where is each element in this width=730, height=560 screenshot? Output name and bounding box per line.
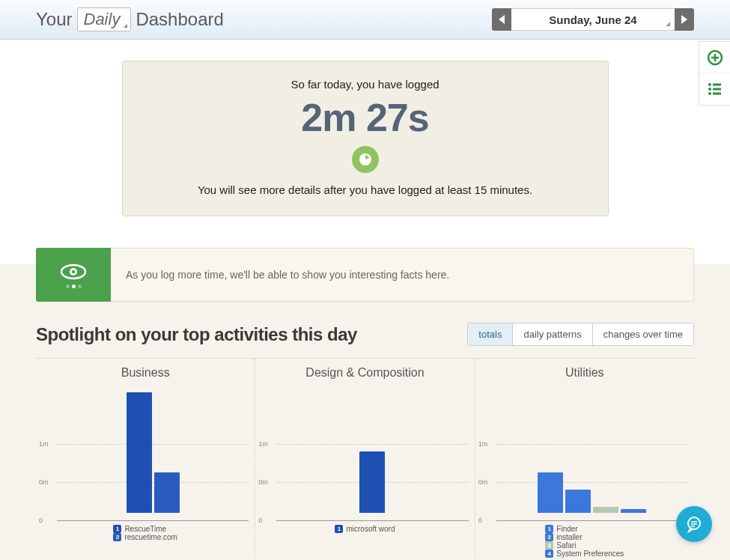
legend-label: Safari <box>556 541 576 550</box>
legend-item[interactable]: 1RescueTime <box>113 525 166 533</box>
logged-time: 2m 27s <box>138 95 593 140</box>
list-button[interactable] <box>699 73 730 105</box>
chart-area: 1m0m0 <box>39 386 252 520</box>
chart-y-label: 0 <box>39 517 43 524</box>
chart-area: 1m0m0 <box>478 386 691 520</box>
add-button[interactable] <box>699 42 730 73</box>
legend-label: microsoft word <box>346 525 395 533</box>
chevron-right-icon <box>681 15 687 24</box>
plus-circle-icon <box>706 49 724 67</box>
chart-y-label: 0m <box>478 478 488 486</box>
svg-point-5 <box>708 88 711 91</box>
legend-swatch: 2 <box>545 533 553 541</box>
chart-title: Design & Composition <box>258 366 471 380</box>
legend-label: System Preferences <box>556 550 624 558</box>
chart-bar[interactable] <box>593 507 618 514</box>
legend-item[interactable]: 2installer <box>545 533 582 541</box>
svg-rect-8 <box>713 93 721 95</box>
chart-gridline <box>496 520 688 521</box>
tab-totals[interactable]: totals <box>467 323 513 346</box>
legend-swatch: 1 <box>335 525 343 533</box>
prev-date-button[interactable] <box>492 8 511 31</box>
chart-y-label: 1m <box>478 440 488 448</box>
svg-rect-4 <box>713 84 721 86</box>
side-tools <box>699 41 730 106</box>
chart-area: 1m0m0 <box>258 386 471 520</box>
chart-gridline <box>57 520 249 521</box>
next-date-button[interactable] <box>675 8 694 31</box>
legend-item[interactable]: 4System Preferences <box>545 550 624 558</box>
chart-legend: 1microsoft word <box>258 520 471 533</box>
chart-y-label: 0 <box>258 517 262 524</box>
page-title: Your Daily Dashboard <box>36 7 224 31</box>
legend-label: Finder <box>556 525 577 533</box>
bars-container <box>496 386 688 513</box>
legend-item[interactable]: 1Finder <box>545 525 577 533</box>
summary-card: So far today, you have logged 2m 27s You… <box>122 61 609 216</box>
chart-bar[interactable] <box>621 509 646 513</box>
chart-legend: 1Finder2installer3Safari4System Preferen… <box>478 520 691 558</box>
list-icon <box>706 80 724 98</box>
legend-label: installer <box>556 533 582 541</box>
bars-container <box>276 386 468 513</box>
chart-legend: 1RescueTime2rescuetime.com <box>39 520 252 541</box>
svg-point-3 <box>708 83 711 86</box>
legend-swatch: 1 <box>113 525 121 533</box>
chart-bar[interactable] <box>565 490 591 513</box>
chart-gridline <box>276 520 468 521</box>
info-strip: As you log more time, we'll be able to s… <box>36 248 694 302</box>
period-selector[interactable]: Daily <box>77 7 132 31</box>
date-display[interactable]: Sunday, June 24 <box>511 8 675 31</box>
legend-swatch: 4 <box>545 550 553 558</box>
svg-rect-6 <box>713 88 721 91</box>
chart-y-label: 1m <box>258 440 268 448</box>
info-message: As you log more time, we'll be able to s… <box>111 248 694 302</box>
chart-column: Design & Composition1m0m01microsoft word <box>255 359 475 558</box>
chevron-left-icon <box>499 15 505 24</box>
legend-swatch: 2 <box>113 533 121 541</box>
spotlight-title: Spotlight on your top activities this da… <box>36 324 357 345</box>
chart-column: Utilities1m0m01Finder2installer3Safari4S… <box>475 359 694 558</box>
summary-pretext: So far today, you have logged <box>138 78 593 91</box>
chart-bar[interactable] <box>154 472 180 513</box>
chart-title: Utilities <box>478 366 691 380</box>
chart-y-label: 0 <box>478 517 482 524</box>
date-navigator: Sunday, June 24 <box>492 8 694 31</box>
info-strip-icon-panel <box>36 248 111 302</box>
chart-bar[interactable] <box>359 451 385 513</box>
title-prefix: Your <box>36 9 73 30</box>
svg-point-7 <box>708 92 711 95</box>
chart-y-label: 1m <box>39 440 49 448</box>
header-bar: Your Daily Dashboard Sunday, June 24 <box>0 0 730 40</box>
legend-item[interactable]: 2rescuetime.com <box>113 533 177 541</box>
chart-bar[interactable] <box>538 472 563 513</box>
title-suffix: Dashboard <box>136 9 223 30</box>
clock-icon <box>352 146 379 173</box>
chart-column: Business1m0m01RescueTime2rescuetime.com <box>36 359 255 558</box>
legend-swatch: 1 <box>545 525 553 533</box>
carousel-dots <box>66 284 82 288</box>
chart-y-label: 0m <box>258 478 268 486</box>
svg-point-12 <box>72 270 75 273</box>
legend-swatch: 3 <box>545 541 553 550</box>
bars-container <box>57 386 249 513</box>
tab-changes-over-time[interactable]: changes over time <box>592 323 694 346</box>
summary-posttext: You will see more details after you have… <box>138 183 593 196</box>
legend-label: rescuetime.com <box>124 533 177 541</box>
eye-icon <box>58 262 88 281</box>
spotlight-tabs: totals daily patterns changes over time <box>467 323 694 346</box>
chat-icon <box>685 515 703 533</box>
legend-item[interactable]: 1microsoft word <box>335 525 395 533</box>
svg-point-13 <box>688 517 700 529</box>
spotlight-section: Spotlight on your top activities this da… <box>36 323 694 558</box>
legend-item[interactable]: 3Safari <box>545 541 576 550</box>
chart-bar[interactable] <box>127 392 152 514</box>
charts-row: Business1m0m01RescueTime2rescuetime.comD… <box>36 358 694 558</box>
tab-daily-patterns[interactable]: daily patterns <box>512 323 592 346</box>
chart-title: Business <box>39 366 252 380</box>
legend-label: RescueTime <box>124 525 166 533</box>
chat-button[interactable] <box>676 506 712 542</box>
chart-y-label: 0m <box>39 478 49 486</box>
